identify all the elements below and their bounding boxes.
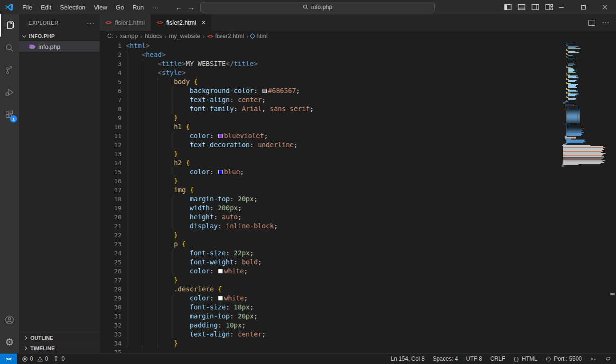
code-line[interactable]: 27 }: [100, 276, 616, 285]
code-line[interactable]: 34 }: [100, 339, 616, 348]
overview-ruler[interactable]: [609, 41, 616, 353]
encoding[interactable]: UTF-8: [466, 355, 482, 362]
code-line[interactable]: 33 text-align: center;: [100, 330, 616, 339]
file-item-infophp[interactable]: info.php: [19, 41, 100, 52]
breadcrumb-item[interactable]: xampp: [120, 33, 138, 39]
language-mode[interactable]: {} HTML: [513, 355, 537, 362]
breadcrumb-item[interactable]: <>fisier2.html: [207, 33, 244, 39]
settings-gear-icon[interactable]: ⚙: [0, 331, 19, 353]
code-line[interactable]: 6 background-color: #686567;: [100, 86, 616, 95]
menu-[interactable]: ···: [148, 0, 163, 14]
code-token: :: [214, 213, 222, 221]
language-mode-icon: {}: [513, 356, 519, 362]
code-line[interactable]: 14 h2 {: [100, 159, 616, 168]
code-line[interactable]: 7 text-align: center;: [100, 95, 616, 104]
code-line[interactable]: 22 }: [100, 231, 616, 240]
ports-indicator[interactable]: 0: [53, 355, 65, 362]
menu-run[interactable]: Run: [128, 0, 148, 14]
code-line[interactable]: 2 <head>: [100, 50, 616, 59]
search-sidebar-icon[interactable]: [0, 37, 19, 59]
breadcrumb-item[interactable]: html: [251, 33, 268, 39]
split-editor-icon[interactable]: [588, 20, 595, 26]
toggle-panel-icon[interactable]: [518, 3, 525, 11]
key-status-icon[interactable]: [590, 356, 597, 362]
minimap[interactable]: [561, 42, 609, 167]
code-line[interactable]: 12 text-decoration: underline;: [100, 140, 616, 149]
forward-arrow-icon[interactable]: →: [185, 0, 197, 14]
eol-sequence[interactable]: CRLF: [490, 355, 505, 362]
back-arrow-icon[interactable]: ←: [173, 0, 185, 14]
color-swatch[interactable]: [218, 134, 223, 138]
code-line[interactable]: 31 margin-top: 20px;: [100, 312, 616, 321]
menu-edit[interactable]: Edit: [37, 0, 56, 14]
live-server-port[interactable]: Port : 5500: [545, 355, 582, 362]
remote-indicator[interactable]: ><: [0, 354, 17, 364]
menu-go[interactable]: Go: [112, 0, 128, 14]
more-actions-icon[interactable]: ···: [602, 19, 609, 27]
cursor-position[interactable]: Ln 154, Col 8: [391, 355, 424, 362]
run-debug-icon[interactable]: [0, 81, 19, 103]
code-line[interactable]: 16 }: [100, 177, 616, 186]
code-line[interactable]: 18 margin-top: 20px;: [100, 195, 616, 204]
code-line[interactable]: 32 padding: 10px;: [100, 321, 616, 330]
color-swatch[interactable]: [218, 269, 223, 273]
indent-guide: [174, 303, 174, 312]
code-line[interactable]: 3 <title>MY WEBSITE</title>: [100, 59, 616, 68]
indentation[interactable]: Spaces: 4: [433, 355, 458, 362]
code-line[interactable]: 17 img {: [100, 186, 616, 195]
notifications-bell-icon[interactable]: [605, 356, 611, 362]
code-line[interactable]: 24 font-size: 22px;: [100, 249, 616, 258]
tab-fisier1.html[interactable]: <>fisier1.html: [100, 14, 151, 31]
extensions-icon[interactable]: 1: [0, 103, 19, 126]
maximize-button[interactable]: [572, 0, 594, 14]
toggle-secondary-sidebar-icon[interactable]: [532, 3, 539, 11]
indent-guide: [142, 186, 142, 195]
code-line[interactable]: 26 color: white;: [100, 267, 616, 276]
timeline-section[interactable]: TIMELINE: [19, 343, 100, 353]
code-line[interactable]: 25 font-weight: bold;: [100, 258, 616, 267]
code-line[interactable]: 30 font-size: 18px;: [100, 303, 616, 312]
minimize-button[interactable]: [551, 0, 572, 14]
code-line[interactable]: 1<html>: [100, 41, 616, 50]
color-swatch[interactable]: [218, 170, 223, 174]
explorer-icon[interactable]: [0, 14, 19, 37]
line-number: 30: [100, 303, 121, 312]
folder-section-infophp[interactable]: INFO.PHP: [19, 31, 100, 41]
code-line[interactable]: 11 color: blueviolet;: [100, 131, 616, 140]
code-line[interactable]: 23 p {: [100, 240, 616, 249]
line-number: 9: [100, 113, 121, 122]
code-line[interactable]: 19 width: 200px;: [100, 204, 616, 213]
tab-close-icon[interactable]: ×: [201, 19, 205, 27]
menu-file[interactable]: File: [18, 0, 37, 14]
source-control-icon[interactable]: [0, 59, 19, 81]
code-line[interactable]: 9 }: [100, 113, 616, 122]
accounts-icon[interactable]: [0, 308, 19, 331]
toggle-sidebar-icon[interactable]: [504, 3, 512, 11]
explorer-more-actions[interactable]: ···: [87, 19, 95, 27]
code-line[interactable]: 28 .descriere {: [100, 285, 616, 294]
breadcrumb-item[interactable]: htdocs: [145, 33, 162, 39]
code-line[interactable]: 15 color: blue;: [100, 168, 616, 177]
code-line[interactable]: 5 body {: [100, 77, 616, 86]
code-line[interactable]: 10 h1 {: [100, 122, 616, 131]
breadcrumb-item[interactable]: C:: [107, 33, 113, 39]
color-swatch[interactable]: [218, 296, 223, 300]
code-editor[interactable]: 1<html>2 <head>3 <title>MY WEBSITE</titl…: [100, 41, 616, 353]
problems-indicator[interactable]: 0 0: [22, 355, 48, 362]
breadcrumb-item[interactable]: my_website: [169, 33, 200, 39]
code-line[interactable]: 8 font-family: Arial, sans-serif;: [100, 104, 616, 113]
search-input[interactable]: info.php: [200, 2, 435, 12]
outline-section[interactable]: OUTLINE: [19, 332, 100, 343]
color-swatch[interactable]: [262, 89, 267, 93]
tab-fisier2.html[interactable]: <>fisier2.html×: [151, 14, 212, 31]
code-line[interactable]: 20 height: auto;: [100, 213, 616, 222]
code-line[interactable]: 29 color: white;: [100, 294, 616, 303]
close-button[interactable]: [594, 0, 616, 14]
code-line[interactable]: 13 }: [100, 149, 616, 159]
menu-view[interactable]: View: [90, 0, 112, 14]
code-line[interactable]: 21 display: inline-block;: [100, 222, 616, 231]
menu-selection[interactable]: Selection: [56, 0, 89, 14]
code-line[interactable]: 4 <style>: [100, 68, 616, 77]
code-token: ;: [244, 267, 248, 275]
code-line[interactable]: 35: [100, 348, 616, 353]
